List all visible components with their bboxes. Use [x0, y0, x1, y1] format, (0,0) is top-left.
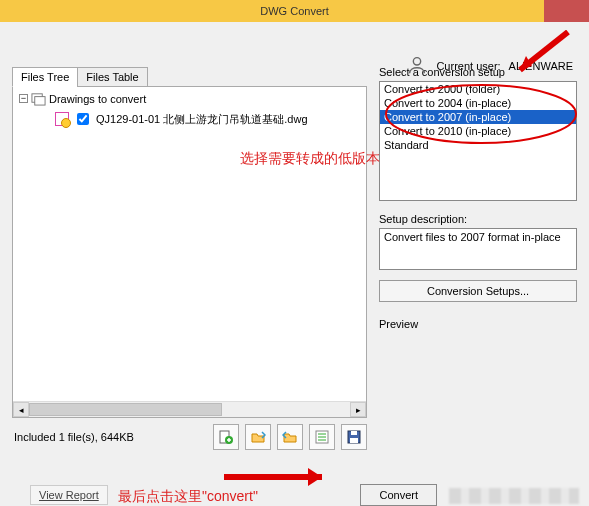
- scroll-track[interactable]: [29, 402, 350, 417]
- add-file-button[interactable]: [213, 424, 239, 450]
- setup-option-selected[interactable]: Convert to 2007 (in-place): [380, 110, 576, 124]
- conversion-setup-listbox[interactable]: Convert to 2000 (folder) Convert to 2004…: [379, 81, 577, 201]
- scroll-right-button[interactable]: ▸: [350, 402, 366, 417]
- files-tree-panel: − Drawings to convert QJ129-01-01 北侧上游龙门…: [12, 86, 367, 418]
- horizontal-scrollbar[interactable]: ◂ ▸: [13, 401, 366, 417]
- check-list-button[interactable]: [309, 424, 335, 450]
- collapse-icon[interactable]: −: [19, 94, 28, 103]
- setup-option[interactable]: Standard: [380, 138, 576, 152]
- current-user-label: Current user:: [436, 60, 500, 72]
- user-icon: [406, 54, 428, 78]
- setup-option[interactable]: Convert to 2004 (in-place): [380, 96, 576, 110]
- blurred-region: [449, 488, 579, 504]
- file-include-checkbox[interactable]: [77, 113, 89, 125]
- tab-files-tree[interactable]: Files Tree: [12, 67, 78, 87]
- current-user-bar: Current user: ALIENWARE: [406, 54, 573, 78]
- tree-root-label: Drawings to convert: [49, 93, 146, 105]
- svg-point-0: [414, 58, 421, 65]
- scroll-thumb[interactable]: [29, 403, 222, 416]
- svg-rect-7: [351, 431, 357, 435]
- desc-label: Setup description:: [379, 213, 577, 225]
- tree-file-row[interactable]: QJ129-01-01 北侧上游龙门吊轨道基础.dwg: [55, 110, 360, 128]
- tree-root-row[interactable]: − Drawings to convert: [19, 91, 360, 106]
- view-report-button[interactable]: View Report: [30, 485, 108, 505]
- setup-option[interactable]: Convert to 2000 (folder): [380, 82, 576, 96]
- tab-files-table[interactable]: Files Table: [77, 67, 147, 87]
- setup-option[interactable]: Convert to 2010 (in-place): [380, 124, 576, 138]
- open-list-button[interactable]: [245, 424, 271, 450]
- preview-label: Preview: [379, 318, 577, 330]
- conversion-setups-button[interactable]: Conversion Setups...: [379, 280, 577, 302]
- dwg-file-icon: [55, 112, 69, 126]
- setup-description-text: Convert files to 2007 format in-place: [384, 231, 561, 243]
- title-bar: DWG Convert: [0, 0, 589, 22]
- svg-rect-8: [350, 438, 358, 443]
- files-tabstrip: Files Tree Files Table: [12, 67, 367, 87]
- convert-button[interactable]: Convert: [360, 484, 437, 506]
- status-included-files: Included 1 file(s), 644KB: [12, 431, 207, 443]
- window-title: DWG Convert: [260, 5, 328, 17]
- svg-rect-2: [35, 97, 45, 105]
- close-button[interactable]: [544, 0, 589, 22]
- setup-description-box: Convert files to 2007 format in-place: [379, 228, 577, 270]
- scroll-left-button[interactable]: ◂: [13, 402, 29, 417]
- drawings-icon: [31, 91, 46, 106]
- current-user-name: ALIENWARE: [509, 60, 573, 72]
- tree-file-name: QJ129-01-01 北侧上游龙门吊轨道基础.dwg: [96, 112, 308, 127]
- save-button[interactable]: [341, 424, 367, 450]
- save-list-button[interactable]: [277, 424, 303, 450]
